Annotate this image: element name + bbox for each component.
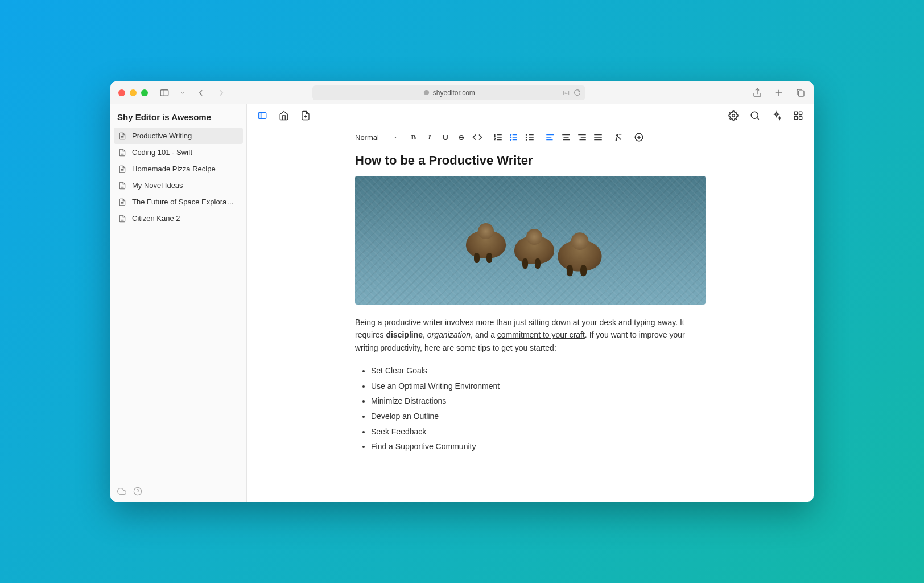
doc-item-label: The Future of Space Explora… [132, 198, 234, 206]
document-body[interactable]: How to be a Productive Writer Being a pr… [247, 147, 814, 502]
new-doc-icon[interactable] [300, 110, 311, 121]
editor-area: Normal B I U S [247, 104, 814, 502]
doc-item-label: Homemade Pizza Recipe [132, 165, 216, 173]
svg-rect-0 [160, 89, 168, 96]
ordered-list-button[interactable] [493, 132, 503, 142]
underline-text: commitment to your craft [497, 330, 585, 339]
document-icon [118, 182, 126, 190]
tabs-icon[interactable] [795, 88, 806, 98]
doc-item-2[interactable]: Homemade Pizza Recipe [110, 161, 246, 177]
maximize-window-button[interactable] [141, 89, 148, 96]
format-toolbar: Normal B I U S [247, 127, 814, 147]
cloud-icon[interactable] [117, 487, 126, 496]
add-block-button[interactable] [634, 132, 644, 142]
svg-point-22 [134, 487, 141, 495]
align-center-button[interactable] [561, 132, 571, 142]
list-item[interactable]: Find a Supportive Community [371, 439, 706, 454]
app-window: shyeditor.com Shy [110, 81, 814, 502]
editor-topbar [247, 104, 814, 127]
italic-text: organization [427, 330, 471, 339]
svg-rect-9 [798, 91, 804, 96]
doc-item-1[interactable]: Coding 101 - Swift [110, 144, 246, 161]
svg-point-29 [732, 114, 735, 117]
sidebar: Shy Editor is Awesome Productive Writing… [110, 104, 247, 502]
list-item[interactable]: Set Clear Goals [371, 363, 706, 379]
forward-button[interactable] [216, 88, 226, 98]
list-item[interactable]: Seek Feedback [371, 424, 706, 440]
format-select-label: Normal [355, 133, 379, 142]
svg-rect-32 [794, 112, 797, 114]
doc-item-5[interactable]: Citizen Kane 2 [110, 210, 246, 227]
svg-rect-3 [564, 91, 569, 95]
sparkle-icon[interactable] [772, 110, 782, 121]
document-list: Productive Writing Coding 101 - Swift Ho… [110, 128, 246, 481]
app-content: Shy Editor is Awesome Productive Writing… [110, 104, 814, 502]
svg-rect-35 [794, 117, 797, 120]
list-item[interactable]: Minimize Distractions [371, 393, 706, 409]
doc-item-0[interactable]: Productive Writing [114, 128, 243, 144]
format-select[interactable]: Normal [355, 133, 398, 142]
gear-icon[interactable] [728, 110, 739, 121]
document-icon [118, 165, 126, 173]
text-run: , [423, 330, 427, 339]
align-right-button[interactable] [577, 132, 587, 142]
unordered-list-button[interactable] [509, 132, 519, 142]
svg-point-30 [751, 112, 758, 118]
hero-image[interactable] [355, 176, 706, 305]
svg-point-44 [510, 139, 512, 141]
share-icon[interactable] [752, 88, 762, 98]
italic-button[interactable]: I [424, 132, 435, 142]
svg-point-42 [510, 134, 512, 136]
back-button[interactable] [196, 88, 206, 98]
strike-button[interactable]: S [456, 132, 467, 142]
reload-icon[interactable] [574, 89, 581, 96]
reader-icon[interactable] [562, 89, 570, 97]
sidebar-toggle-icon[interactable] [159, 88, 170, 98]
lock-icon [423, 89, 430, 96]
align-left-button[interactable] [545, 132, 555, 142]
doc-item-label: My Novel Ideas [132, 181, 183, 190]
bullet-list[interactable]: Set Clear Goals Use an Optimal Writing E… [355, 363, 706, 454]
document-icon [118, 198, 126, 206]
underline-button[interactable]: U [440, 132, 451, 142]
minimize-window-button[interactable] [130, 89, 137, 96]
traffic-lights [118, 89, 148, 96]
bold-button[interactable]: B [409, 132, 419, 142]
intro-paragraph[interactable]: Being a productive writer involves more … [355, 316, 706, 354]
panel-toggle-icon[interactable] [257, 110, 267, 121]
svg-point-43 [510, 137, 512, 138]
doc-item-label: Productive Writing [132, 132, 192, 140]
close-window-button[interactable] [118, 89, 125, 96]
align-justify-button[interactable] [593, 132, 603, 142]
doc-item-4[interactable]: The Future of Space Explora… [110, 194, 246, 210]
sidebar-title: Shy Editor is Awesome [110, 104, 246, 128]
home-icon[interactable] [279, 110, 289, 121]
otter-illustration [466, 230, 506, 258]
browser-titlebar: shyeditor.com [110, 81, 814, 104]
document-icon [118, 149, 126, 157]
doc-item-label: Citizen Kane 2 [132, 214, 180, 223]
otter-illustration [514, 236, 554, 264]
sidebar-footer [110, 481, 246, 502]
document-title[interactable]: How to be a Productive Writer [355, 153, 706, 168]
url-text: shyeditor.com [433, 89, 475, 97]
text-run: , and a [471, 330, 497, 339]
help-icon[interactable] [133, 487, 142, 496]
search-icon[interactable] [750, 110, 760, 121]
bold-text: discipline [386, 330, 423, 339]
chevron-down-icon [393, 134, 398, 140]
apps-icon[interactable] [793, 110, 803, 121]
list-item[interactable]: Use an Optimal Writing Environment [371, 379, 706, 394]
doc-item-3[interactable]: My Novel Ideas [110, 177, 246, 194]
document-icon [118, 132, 126, 140]
clear-format-button[interactable] [613, 132, 624, 142]
checklist-button[interactable] [525, 132, 535, 142]
list-item[interactable]: Develop an Outline [371, 409, 706, 424]
svg-line-31 [757, 117, 758, 119]
code-button[interactable] [472, 132, 482, 142]
new-tab-icon[interactable] [774, 88, 784, 98]
doc-item-label: Coding 101 - Swift [132, 148, 192, 157]
otter-illustration [558, 240, 602, 272]
url-bar[interactable]: shyeditor.com [312, 85, 585, 100]
chevron-down-icon[interactable] [180, 88, 185, 98]
